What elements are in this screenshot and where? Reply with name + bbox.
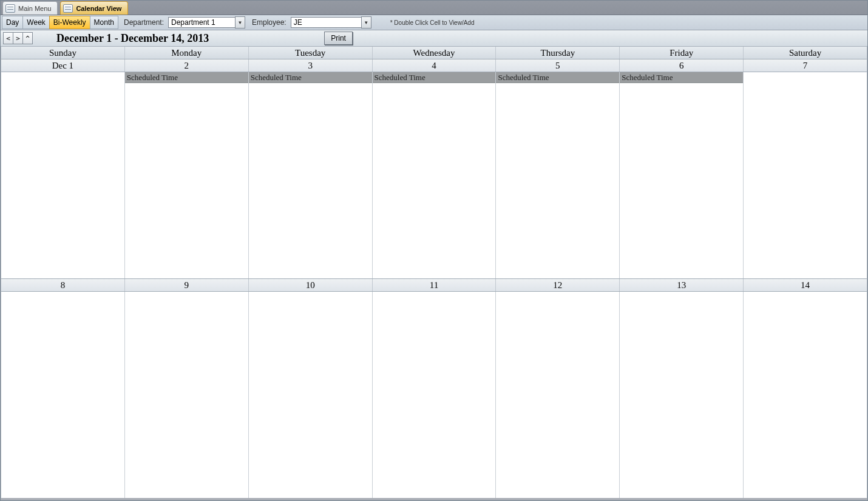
print-button[interactable]: Print — [324, 32, 353, 45]
dropdown-icon[interactable]: ▼ — [235, 16, 245, 29]
view-toolbar: Day Week Bi-Weekly Month Department: ▼ E… — [1, 15, 867, 30]
scheduled-time-header: Scheduled Time — [249, 72, 372, 83]
calendar-day-cell[interactable] — [249, 292, 373, 498]
week1-body: Scheduled Time Scheduled Time Scheduled … — [1, 72, 867, 279]
scheduled-time-header: Scheduled Time — [125, 72, 248, 83]
dropdown-icon[interactable]: ▼ — [361, 16, 371, 29]
day-header-thu: Thursday — [496, 47, 620, 59]
scheduled-time-header: Scheduled Time — [496, 72, 619, 83]
calendar-day-cell[interactable] — [1, 72, 125, 278]
week1-date-row: Dec 1 2 3 4 5 6 7 — [1, 59, 867, 72]
form-icon — [63, 4, 73, 13]
date-cell: 8 — [1, 279, 125, 291]
view-biweekly-button[interactable]: Bi-Weekly — [49, 16, 90, 29]
calendar-day-cell[interactable] — [125, 292, 249, 498]
week2-body — [1, 292, 867, 498]
tab-main-menu-label: Main Menu — [18, 5, 51, 12]
nav-prev-button[interactable]: < — [3, 32, 13, 44]
date-cell: 12 — [496, 279, 620, 291]
calendar-day-cell[interactable]: Scheduled Time — [249, 72, 373, 278]
day-header-mon: Monday — [125, 47, 249, 59]
nav-up-button[interactable]: ^ — [22, 32, 33, 44]
date-cell: Dec 1 — [1, 59, 125, 72]
view-month-button[interactable]: Month — [90, 16, 118, 29]
date-cell: 3 — [249, 59, 373, 72]
calendar-day-cell[interactable] — [496, 292, 620, 498]
calendar-day-cell[interactable] — [744, 292, 867, 498]
view-week-button[interactable]: Week — [22, 16, 49, 29]
date-cell: 4 — [373, 59, 497, 72]
date-cell: 5 — [496, 59, 620, 72]
tab-main-menu[interactable]: Main Menu — [2, 1, 58, 15]
form-icon — [5, 4, 15, 13]
tab-strip: Main Menu Calendar View — [1, 1, 867, 15]
department-input[interactable] — [168, 17, 235, 28]
date-cell: 11 — [373, 279, 497, 291]
date-cell: 2 — [125, 59, 249, 72]
double-click-hint: * Double Click Cell to View/Add — [390, 15, 475, 30]
date-range-label: December 1 - December 14, 2013 — [56, 32, 209, 45]
calendar-day-cell[interactable] — [620, 292, 744, 498]
date-cell: 14 — [744, 279, 867, 291]
nav-row: < > ^ December 1 - December 14, 2013 Pri… — [1, 30, 867, 47]
date-cell: 13 — [620, 279, 744, 291]
calendar-day-cell[interactable] — [1, 292, 125, 498]
day-header-wed: Wednesday — [373, 47, 497, 59]
date-cell: 10 — [249, 279, 373, 291]
calendar-day-cell[interactable] — [373, 292, 497, 498]
calendar-grid: Sunday Monday Tuesday Wednesday Thursday… — [1, 47, 867, 498]
day-header-tue: Tuesday — [249, 47, 373, 59]
tab-calendar-view-label: Calendar View — [76, 5, 121, 12]
calendar-day-cell[interactable] — [744, 72, 867, 278]
week2-date-row: 8 9 10 11 12 13 14 — [1, 279, 867, 292]
view-day-button[interactable]: Day — [2, 16, 23, 29]
date-cell: 7 — [744, 59, 867, 72]
scheduled-time-header: Scheduled Time — [620, 72, 743, 83]
department-combo[interactable]: ▼ — [168, 16, 245, 29]
employee-input[interactable] — [291, 17, 361, 28]
day-header-sun: Sunday — [1, 47, 125, 59]
calendar-day-cell[interactable]: Scheduled Time — [496, 72, 620, 278]
employee-label: Employee: — [246, 15, 290, 30]
scheduled-time-header: Scheduled Time — [373, 72, 496, 83]
calendar-day-cell[interactable]: Scheduled Time — [125, 72, 249, 278]
date-cell: 9 — [125, 279, 249, 291]
tab-calendar-view[interactable]: Calendar View — [60, 1, 128, 15]
date-cell: 6 — [620, 59, 744, 72]
nav-next-button[interactable]: > — [13, 32, 23, 44]
day-header-fri: Friday — [620, 47, 744, 59]
day-header-sat: Saturday — [744, 47, 867, 59]
calendar-day-cell[interactable]: Scheduled Time — [620, 72, 744, 278]
department-label: Department: — [118, 15, 168, 30]
day-header-row: Sunday Monday Tuesday Wednesday Thursday… — [1, 47, 867, 59]
app-frame: Main Menu Calendar View Day Week Bi-Week… — [0, 0, 868, 501]
employee-combo[interactable]: ▼ — [291, 16, 371, 29]
calendar-day-cell[interactable]: Scheduled Time — [373, 72, 497, 278]
